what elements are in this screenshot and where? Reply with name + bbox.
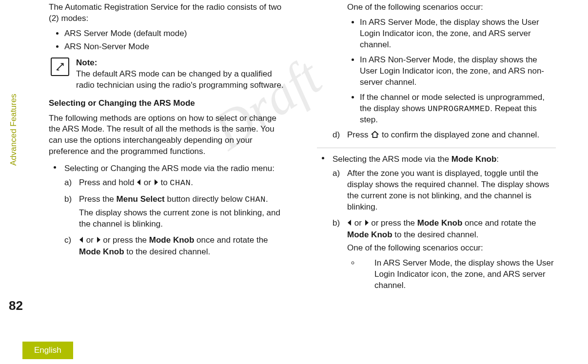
svg-marker-3 (97, 237, 100, 243)
svg-marker-0 (137, 179, 140, 185)
note-block: Note: The default ARS mode can be change… (51, 57, 288, 91)
knob-scenario-list: In ARS Server Mode, the display shows th… (347, 258, 556, 291)
paragraph: The following methods are options on how… (49, 113, 288, 158)
right-column: One of the following scenarios occur: In… (317, 0, 556, 296)
step-d: d) Press to confirm the displayed zone a… (333, 130, 556, 142)
svg-marker-1 (155, 179, 158, 185)
scenario-intro: One of the following scenarios occur: (347, 2, 556, 13)
home-icon (371, 131, 379, 142)
list-item: ARS Server Mode (default mode) (64, 28, 288, 39)
document-page: Draft Advanced Features 82 English The A… (0, 0, 588, 364)
step-b: b) Press the Menu Select button directly… (64, 194, 288, 230)
note-heading: Note: (76, 57, 288, 69)
knob-step-a: a) After the zone you want is displayed,… (333, 168, 556, 213)
intro-text: The Automatic Registration Service for t… (49, 2, 288, 24)
list-item: In ARS Server Mode, the display shows th… (360, 258, 556, 291)
knob-step-list: a) After the zone you want is displayed,… (333, 168, 556, 291)
procedure-block-knob: Selecting the ARS mode via the Mode Knob… (317, 154, 556, 291)
right-arrow-icon (96, 235, 101, 247)
list-item: ARS Non-Server Mode (64, 41, 288, 53)
page-number: 82 (9, 298, 23, 313)
step-b-result: The display shows the current zone is no… (79, 208, 288, 230)
knob-step-b-result: One of the following scenarios occur: (347, 243, 556, 254)
step-list-continued: d) Press to confirm the displayed zone a… (317, 130, 556, 142)
subsection-heading: Selecting or Changing the ARS Mode (49, 98, 288, 109)
list-item: In ARS Non-Server Mode, the display show… (360, 55, 556, 88)
step-list: a) Press and hold or to CHAN. b) Press t… (64, 177, 288, 258)
sidebar: Advanced Features 82 (9, 0, 25, 364)
svg-marker-5 (365, 220, 369, 226)
list-item: In ARS Server Mode, the display shows th… (360, 17, 556, 51)
left-arrow-icon (137, 178, 141, 189)
section-label: Advanced Features (9, 94, 19, 166)
left-arrow-icon (79, 235, 84, 247)
procedure-block: Selecting or Changing the ARS mode via t… (49, 163, 288, 258)
step-a: a) Press and hold or to CHAN. (64, 177, 288, 189)
svg-marker-4 (348, 220, 351, 226)
step-c: c) or or press the Mode Knob once and ro… (64, 235, 288, 258)
knob-step-b: b) or or press the Mode Knob once and ro… (333, 218, 556, 291)
right-arrow-icon (364, 218, 369, 230)
procedure-intro: Selecting or Changing the ARS mode via t… (64, 163, 288, 174)
svg-marker-2 (79, 237, 83, 243)
note-body: The default ARS mode can be changed by a… (76, 69, 288, 91)
scenario-list: In ARS Server Mode, the display shows th… (347, 17, 556, 126)
left-column: The Automatic Registration Service for t… (49, 0, 288, 296)
right-arrow-icon (154, 178, 158, 189)
mode-list: ARS Server Mode (default mode) ARS Non-S… (49, 28, 288, 53)
left-arrow-icon (347, 218, 352, 230)
procedure-intro-knob: Selecting the ARS mode via the Mode Knob… (333, 154, 556, 165)
list-item: If the channel or mode selected is unpro… (360, 92, 556, 126)
language-tab: English (22, 342, 73, 359)
note-icon (51, 57, 69, 76)
